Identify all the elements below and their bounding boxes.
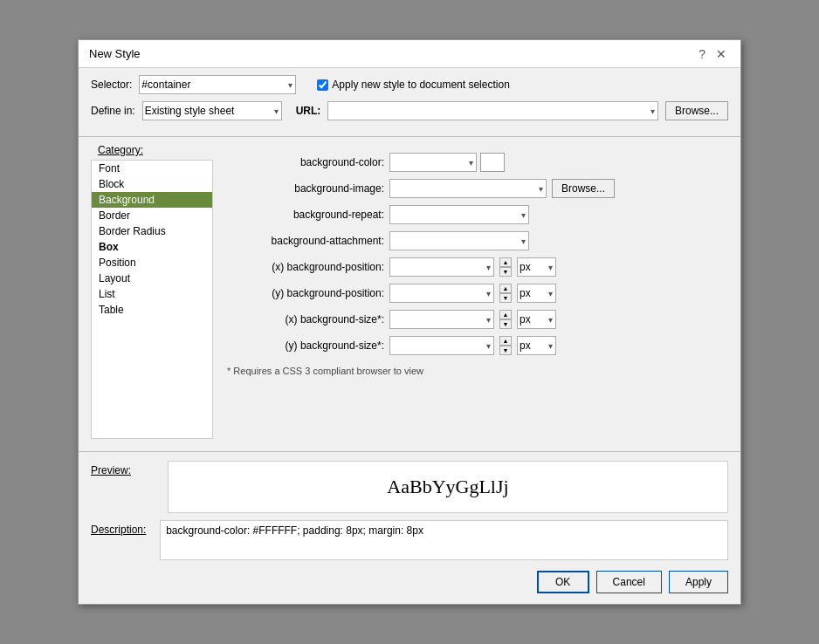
selector-label: Selector: — [91, 79, 132, 91]
bg-size-y-spin-down[interactable]: ▼ — [499, 346, 512, 355]
bg-color-row: background-color: #FFFFFF — [227, 153, 714, 172]
bg-size-y-spin-up[interactable]: ▲ — [499, 336, 512, 346]
bg-size-y-unit[interactable]: px % em — [517, 336, 556, 355]
cat-item-font[interactable]: Font — [92, 161, 212, 176]
bg-pos-x-select-wrapper — [389, 257, 494, 277]
bg-size-y-select-wrapper — [389, 336, 494, 355]
bg-pos-x-select[interactable] — [389, 257, 494, 277]
cat-item-layout[interactable]: Layout — [92, 271, 212, 286]
bg-size-x-unit[interactable]: px % em — [517, 310, 556, 329]
description-box: background-color: #FFFFFF; padding: 8px;… — [160, 520, 728, 560]
bg-attachment-label: background-attachment: — [227, 235, 384, 247]
bottom-bar: OK Cancel Apply — [79, 564, 740, 604]
bg-pos-y-select-wrapper — [389, 284, 494, 303]
description-section: Description: background-color: #FFFFFF; … — [79, 517, 740, 564]
bg-size-x-spin-down[interactable]: ▼ — [499, 319, 512, 329]
preview-section: Preview: AaBbYyGgLlJj — [79, 457, 740, 517]
close-button[interactable]: ✕ — [712, 48, 730, 60]
bg-image-browse-button[interactable]: Browse... — [552, 179, 615, 198]
cat-item-border[interactable]: Border — [92, 208, 212, 223]
define-in-select[interactable]: Existing style sheet New style sheet Cur… — [142, 101, 282, 120]
selector-select[interactable]: #container .class body div — [139, 75, 296, 94]
ok-button[interactable]: OK — [537, 571, 589, 593]
category-panel: Category: Font Block Background Border B… — [91, 142, 213, 439]
bg-attachment-row: background-attachment: fixed scroll — [227, 231, 714, 250]
url-browse-button[interactable]: Browse... — [665, 101, 728, 120]
bg-pos-y-spin-up[interactable]: ▲ — [499, 284, 512, 293]
top-divider — [79, 136, 740, 137]
bg-pos-y-spinner: ▲ ▼ — [499, 284, 512, 303]
cat-item-background[interactable]: Background — [92, 192, 212, 208]
define-url-row: Define in: Existing style sheet New styl… — [91, 101, 728, 120]
selector-row: Selector: #container .class body div App… — [91, 75, 728, 94]
main-area: Category: Font Block Background Border B… — [79, 142, 740, 446]
title-bar: New Style ? ✕ — [79, 40, 740, 68]
cancel-button[interactable]: Cancel — [596, 571, 662, 593]
apply-checkbox-label: Apply new style to document selection — [332, 79, 509, 91]
bg-color-label: background-color: — [227, 156, 384, 168]
bg-image-select[interactable] — [389, 179, 547, 198]
apply-checkbox[interactable] — [317, 79, 328, 91]
define-in-label: Define in: — [91, 105, 135, 117]
url-input[interactable]: sample.css — [327, 101, 658, 120]
bg-size-x-label: (x) background-size*: — [227, 313, 384, 325]
bg-pos-y-row: (y) background-position: ▲ ▼ px % em — [227, 284, 714, 303]
preview-row: Preview: AaBbYyGgLlJj — [91, 461, 728, 513]
bg-size-x-row: (x) background-size*: ▲ ▼ px % em — [227, 310, 714, 329]
bg-color-select-wrapper: #FFFFFF — [389, 153, 477, 172]
cat-item-table[interactable]: Table — [92, 302, 212, 318]
category-list: Font Block Background Border Border Radi… — [91, 160, 213, 439]
bg-pos-x-spin-down[interactable]: ▼ — [499, 267, 512, 277]
bg-repeat-row: background-repeat: repeat no-repeat repe… — [227, 205, 714, 224]
bg-pos-y-unit-wrapper: px % em — [517, 284, 556, 303]
bg-size-y-unit-wrapper: px % em — [517, 336, 556, 355]
apply-checkbox-row: Apply new style to document selection — [317, 79, 509, 91]
preview-text: AaBbYyGgLlJj — [387, 476, 508, 498]
bg-pos-y-select[interactable] — [389, 284, 494, 303]
bg-size-y-select[interactable] — [389, 336, 494, 355]
description-text: background-color: #FFFFFF; padding: 8px;… — [166, 524, 423, 537]
bg-pos-x-unit[interactable]: px % em — [517, 257, 556, 277]
css3-note: * Requires a CSS 3 compliant browser to … — [227, 362, 714, 376]
bg-repeat-select[interactable]: repeat no-repeat repeat-x repeat-y — [389, 205, 529, 224]
bg-color-input-group: #FFFFFF — [389, 153, 505, 172]
cat-item-position[interactable]: Position — [92, 255, 212, 271]
bg-size-y-label: (y) background-size*: — [227, 339, 384, 352]
bg-color-input[interactable]: #FFFFFF — [389, 153, 477, 172]
properties-panel: background-color: #FFFFFF background-ima… — [213, 142, 728, 439]
help-button[interactable]: ? — [695, 48, 709, 60]
preview-label: Preview: — [91, 461, 161, 476]
bg-pos-y-spin-down[interactable]: ▼ — [499, 293, 512, 303]
bg-size-x-spinner: ▲ ▼ — [499, 310, 512, 329]
bg-attachment-select-wrapper: fixed scroll — [389, 231, 529, 250]
top-rows: Selector: #container .class body div App… — [79, 68, 740, 131]
dialog-title: New Style — [89, 47, 141, 60]
bg-size-x-unit-wrapper: px % em — [517, 310, 556, 329]
bg-size-y-spinner: ▲ ▼ — [499, 336, 512, 355]
bg-pos-x-row: (x) background-position: ▲ ▼ px % em — [227, 257, 714, 277]
cat-item-block[interactable]: Block — [92, 176, 212, 192]
preview-box: AaBbYyGgLlJj — [168, 461, 728, 513]
bg-size-x-spin-up[interactable]: ▲ — [499, 310, 512, 319]
new-style-dialog: New Style ? ✕ Selector: #container .clas… — [78, 39, 741, 605]
title-bar-buttons: ? ✕ — [695, 48, 730, 60]
bg-pos-x-unit-wrapper: px % em — [517, 257, 556, 277]
selector-wrapper: #container .class body div — [139, 75, 296, 94]
define-in-wrapper: Existing style sheet New style sheet Cur… — [142, 101, 282, 120]
bg-repeat-select-wrapper: repeat no-repeat repeat-x repeat-y — [389, 205, 529, 224]
cat-item-list[interactable]: List — [92, 286, 212, 302]
url-wrapper: sample.css — [327, 101, 658, 120]
apply-button[interactable]: Apply — [669, 571, 728, 593]
bg-attachment-select[interactable]: fixed scroll — [389, 231, 529, 250]
bg-color-swatch[interactable] — [480, 153, 505, 172]
bg-size-x-select[interactable] — [389, 310, 494, 329]
cat-item-border-radius[interactable]: Border Radius — [92, 223, 212, 239]
bg-pos-x-spin-up[interactable]: ▲ — [499, 257, 512, 267]
bg-size-y-row: (y) background-size*: ▲ ▼ px % em — [227, 336, 714, 355]
bg-pos-y-unit[interactable]: px % em — [517, 284, 556, 303]
bg-image-label: background-image: — [227, 182, 384, 195]
category-heading: Category: — [91, 142, 213, 160]
bg-pos-x-label: (x) background-position: — [227, 261, 384, 273]
description-label: Description: — [91, 520, 153, 536]
cat-item-box[interactable]: Box — [92, 239, 212, 255]
